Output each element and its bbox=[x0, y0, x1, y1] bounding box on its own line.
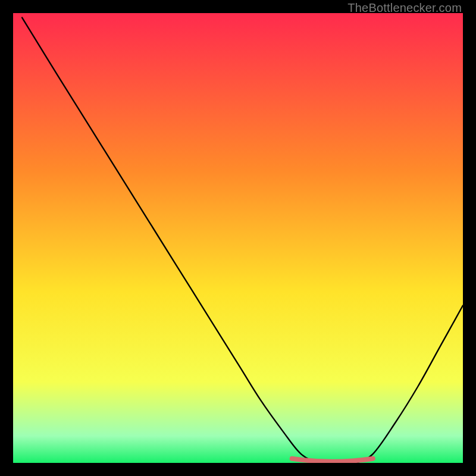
chart-frame bbox=[13, 13, 463, 463]
bottleneck-chart bbox=[13, 13, 463, 463]
gradient-background bbox=[13, 13, 463, 463]
watermark-text: TheBottlenecker.com bbox=[347, 1, 462, 15]
